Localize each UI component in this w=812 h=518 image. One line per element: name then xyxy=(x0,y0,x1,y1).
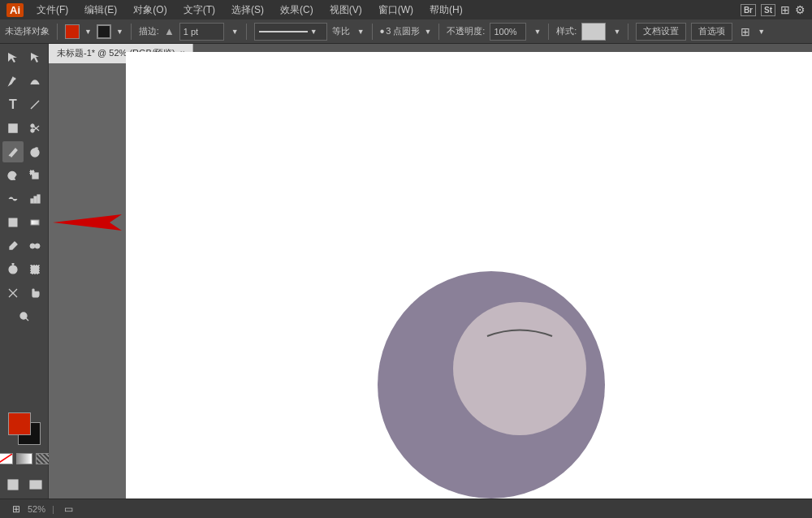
stroke-dropdown-arrow[interactable]: ▼ xyxy=(116,28,123,36)
pencil-tool[interactable] xyxy=(2,141,24,162)
point-shape-icon: • xyxy=(380,24,385,39)
status-artboard-icon[interactable]: ▭ xyxy=(61,501,77,517)
search-icon[interactable]: ⚙ xyxy=(795,3,806,16)
color-mode-icons xyxy=(0,453,52,464)
svg-point-2 xyxy=(14,78,16,80)
menu-effect[interactable]: 效果(C) xyxy=(277,2,317,19)
main-area: T xyxy=(0,44,812,499)
red-arrow xyxy=(53,210,126,235)
arrange-icon[interactable]: ⊞ xyxy=(780,3,790,16)
rotate-tool[interactable] xyxy=(2,165,24,186)
line-tool[interactable] xyxy=(24,94,45,115)
curvature-tool[interactable] xyxy=(24,71,45,92)
svg-point-21 xyxy=(30,244,35,248)
menu-view[interactable]: 视图(V) xyxy=(326,2,365,19)
left-toolbar: T xyxy=(0,44,49,499)
svg-point-6 xyxy=(31,129,34,132)
type-icon: T xyxy=(9,97,17,112)
stroke-up-arrow[interactable]: ▲ xyxy=(164,25,175,37)
pencil-tool-group xyxy=(2,141,45,162)
stroke-unit-arrow[interactable]: ▼ xyxy=(231,28,239,36)
blob-brush-tool[interactable] xyxy=(24,141,45,162)
color-display xyxy=(6,411,42,447)
workspace-arrow[interactable]: ▼ xyxy=(758,28,765,36)
doc-settings-button[interactable]: 文档设置 xyxy=(636,23,686,41)
gradient-tool[interactable] xyxy=(24,212,45,233)
view-tool-group xyxy=(2,283,45,304)
view-mode-group xyxy=(2,474,46,495)
opacity-input[interactable] xyxy=(490,23,526,41)
normal-mode-btn[interactable] xyxy=(2,474,24,495)
arrange-workspace-icon[interactable]: ⊞ xyxy=(741,25,750,38)
separator-6 xyxy=(548,24,549,40)
symbol-sprayer-tool[interactable] xyxy=(2,259,24,280)
stroke-section: ▼ xyxy=(97,24,123,39)
graph-tool[interactable] xyxy=(24,188,45,209)
menu-object[interactable]: 对象(O) xyxy=(130,2,170,19)
right-app-icons: Br St ⊞ ⚙ xyxy=(741,3,806,16)
foreground-color[interactable] xyxy=(8,412,31,435)
menu-edit[interactable]: 编辑(E) xyxy=(81,2,120,19)
slice-tool[interactable] xyxy=(2,283,24,304)
direct-selection-tool[interactable] xyxy=(24,47,45,68)
svg-point-26 xyxy=(12,263,14,265)
menu-file[interactable]: 文件(F) xyxy=(33,2,71,19)
inner-circle[interactable] xyxy=(453,302,586,435)
zoom-tool-group xyxy=(14,306,35,327)
preferences-button[interactable]: 首选项 xyxy=(691,23,732,41)
menu-help[interactable]: 帮助(H) xyxy=(426,2,466,19)
fill-preview[interactable] xyxy=(65,24,80,39)
mesh-tool[interactable] xyxy=(2,212,24,233)
style-preview[interactable] xyxy=(581,23,606,41)
status-left-tools: ⊞ 52% | ▭ xyxy=(8,501,77,517)
bridge-icon[interactable]: Br xyxy=(741,4,756,16)
menu-window[interactable]: 窗口(W) xyxy=(375,2,417,19)
point-shape-label: 3 点圆形 xyxy=(386,25,420,37)
canvas-area[interactable]: 未标题-1* @ 52% (RGB/预览) × xyxy=(49,44,812,499)
point-shape-arrow[interactable]: ▼ xyxy=(424,28,431,36)
pen-tool[interactable] xyxy=(2,71,24,92)
opacity-arrow[interactable]: ▼ xyxy=(533,28,541,36)
svg-line-34 xyxy=(0,454,12,464)
stroke-width-input[interactable] xyxy=(179,23,224,41)
menu-select[interactable]: 选择(S) xyxy=(228,2,267,19)
separator-4 xyxy=(372,24,373,40)
style-label: 样式: xyxy=(556,25,577,37)
type-tool[interactable]: T xyxy=(2,94,24,115)
zoom-tool[interactable] xyxy=(14,306,35,327)
ratio-dropdown-arrow[interactable]: ▼ xyxy=(357,28,365,36)
hand-tool[interactable] xyxy=(24,283,45,304)
selection-tool[interactable] xyxy=(2,47,24,68)
separator-5 xyxy=(438,24,439,40)
scale-tool[interactable] xyxy=(24,165,45,186)
svg-rect-15 xyxy=(37,195,40,203)
svg-line-31 xyxy=(26,318,28,321)
svg-rect-12 xyxy=(30,171,34,175)
eyedropper-tool[interactable] xyxy=(2,235,24,257)
opacity-label: 不透明度: xyxy=(447,25,485,37)
stock-icon[interactable]: St xyxy=(761,4,775,16)
style-arrow[interactable]: ▼ xyxy=(613,28,620,36)
svg-rect-36 xyxy=(30,481,41,489)
symbol-tool-group xyxy=(2,259,45,280)
artboard-tool[interactable] xyxy=(24,259,45,280)
svg-rect-27 xyxy=(31,265,39,274)
options-bar: 未选择对象 ▼ ▼ 描边: ▲ ▼ ▼ 等比 ▼ • 3 点圆形 ▼ 不透明度:… xyxy=(0,19,812,44)
line-style-selector[interactable]: ▼ xyxy=(254,23,327,41)
menu-type[interactable]: 文字(T) xyxy=(180,2,218,19)
artwork-svg xyxy=(410,271,654,499)
rect-tool[interactable] xyxy=(2,118,24,139)
svg-point-24 xyxy=(9,265,17,274)
gradient-color-icon[interactable] xyxy=(16,453,32,464)
fullscreen-btn[interactable] xyxy=(25,474,46,495)
scissors-tool[interactable] xyxy=(24,118,45,139)
no-selection-label: 未选择对象 xyxy=(5,25,50,37)
fill-dropdown-arrow[interactable]: ▼ xyxy=(84,28,92,36)
svg-marker-0 xyxy=(8,53,17,63)
status-grid-icon[interactable]: ⊞ xyxy=(8,501,24,517)
mesh-tool-group xyxy=(2,212,45,233)
none-color-icon[interactable] xyxy=(0,453,13,464)
warp-tool[interactable] xyxy=(2,188,24,209)
blend-tool[interactable] xyxy=(24,235,45,257)
stroke-preview[interactable] xyxy=(97,24,111,39)
